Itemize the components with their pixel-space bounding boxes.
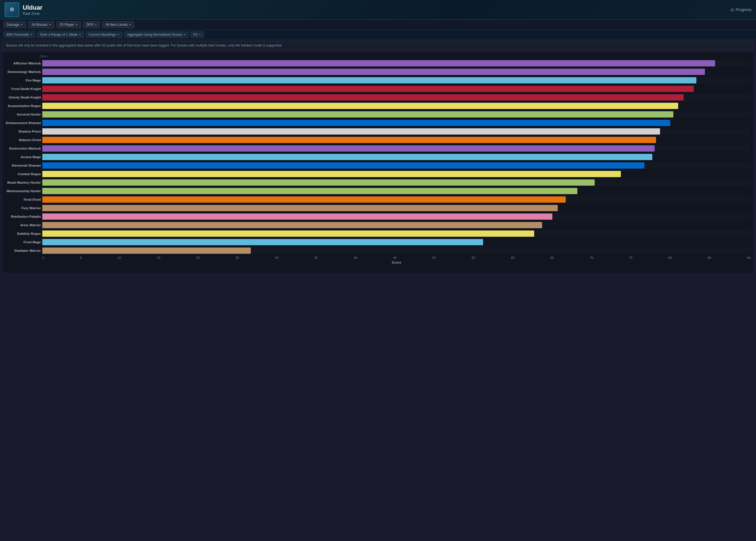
- bar-fill: [42, 222, 542, 228]
- bar-track: [42, 94, 751, 101]
- x-tick: 50: [432, 256, 436, 260]
- x-tick: 15: [157, 256, 160, 260]
- table-row: Retribution Paladin: [42, 212, 751, 221]
- chart-area: Zoom Affliction WarlockDemonology Warloc…: [2, 51, 754, 273]
- bar-label: Marksmanship Hunter: [5, 189, 41, 193]
- bar-fill: [42, 239, 483, 245]
- aggregate-filter[interactable]: Aggregate Using Normalized Scores ▼: [124, 32, 189, 38]
- bar-label: Destruction Warlock: [5, 147, 41, 150]
- bar-track: [42, 214, 751, 220]
- bar-fill: [42, 248, 251, 254]
- bar-label: Gladiator Warrior: [5, 249, 41, 252]
- bar-track: [42, 231, 751, 237]
- table-row: Fury Warrior: [42, 204, 751, 212]
- bar-label: Enhancement Shaman: [5, 121, 41, 125]
- bar-label: Arcane Mage: [5, 155, 41, 159]
- bar-track: [42, 197, 751, 203]
- raid-type: Raid Zone: [23, 11, 43, 16]
- 25-player-button[interactable]: 25 Player ▼: [57, 21, 81, 28]
- bar-track: [42, 162, 751, 169]
- bar-label: Retribution Paladin: [5, 215, 41, 218]
- table-row: Elemental Shaman: [42, 161, 751, 170]
- bar-label: Unholy Death Knight: [5, 96, 41, 99]
- bar-track: [42, 103, 751, 109]
- table-row: Arcane Mage: [42, 153, 751, 161]
- p2-filter[interactable]: P2 ▼: [190, 32, 204, 38]
- bar-track: [42, 171, 751, 177]
- x-tick: 85: [708, 256, 711, 260]
- bar-track: [42, 77, 751, 84]
- bar-fill: [42, 205, 558, 211]
- bar-track: [42, 69, 751, 75]
- bar-fill: [42, 197, 566, 203]
- header-right: ◎ Progress: [730, 7, 751, 12]
- bar-label: Shadow Priest: [5, 130, 41, 133]
- x-tick: 0: [42, 256, 44, 260]
- bar-track: [42, 137, 751, 143]
- bar-label: Arms Warrior: [5, 224, 41, 227]
- all-bosses-button[interactable]: All Bosses ▼: [28, 21, 54, 28]
- bar-fill: [42, 145, 655, 152]
- bar-fill: [42, 120, 670, 126]
- bar-fill: [42, 231, 534, 237]
- bar-track: [42, 205, 751, 211]
- damage-button[interactable]: Damage ▼: [3, 21, 26, 28]
- table-row: Frost Mage: [42, 238, 751, 247]
- x-axis: 051015202530354045505560657075808590: [42, 255, 751, 260]
- range-filter[interactable]: Over a Range of 1 Week ▼: [37, 32, 84, 38]
- table-row: Assassination Rogue: [42, 102, 751, 110]
- dps-arrow: ▼: [95, 23, 97, 26]
- bar-label: Combat Rogue: [5, 172, 41, 176]
- bar-track: [42, 188, 751, 194]
- dps-button[interactable]: DPS ▼: [83, 21, 100, 28]
- x-tick: 75: [629, 256, 632, 260]
- bar-track: [42, 179, 751, 186]
- damage-arrow: ▼: [20, 23, 23, 26]
- bar-fill: [42, 60, 715, 66]
- chart-container: Affliction WarlockDemonology WarlockFire…: [5, 59, 751, 265]
- bar-fill: [42, 103, 678, 109]
- all-item-levels-button[interactable]: All Item Levels ▼: [102, 21, 134, 28]
- 25-player-arrow: ▼: [75, 23, 78, 26]
- x-tick: 5: [80, 256, 82, 260]
- bar-track: [42, 86, 751, 92]
- bar-label: Affliction Warlock: [5, 62, 41, 65]
- x-tick: 40: [354, 256, 357, 260]
- table-row: Arms Warrior: [42, 221, 751, 229]
- bar-label: Fury Warrior: [5, 206, 41, 210]
- x-tick: 55: [472, 256, 475, 260]
- table-row: Feral Druid: [42, 195, 751, 204]
- table-row: Balance Druid: [42, 136, 751, 144]
- bar-fill: [42, 111, 673, 118]
- progress-label: Progress: [736, 7, 751, 12]
- bar-container: Affliction WarlockDemonology WarlockFire…: [42, 59, 751, 255]
- bar-fill: [42, 77, 696, 84]
- table-row: Fire Mage: [42, 76, 751, 85]
- header-left: ❄ Ulduar Raid Zone: [5, 2, 43, 17]
- bar-fill: [42, 214, 552, 220]
- bar-label: Beast Mastery Hunter: [5, 181, 41, 184]
- zoom-label: Zoom: [39, 55, 751, 58]
- filter-bar: 90th Percentile ▼ Over a Range of 1 Week…: [0, 30, 756, 39]
- standings-filter[interactable]: Current Standings ▼: [86, 32, 123, 38]
- bar-fill: [42, 154, 652, 160]
- bar-label: Fire Mage: [5, 79, 41, 82]
- progress-icon: ◎: [730, 7, 734, 12]
- table-row: Shadow Priest: [42, 127, 751, 136]
- all-bosses-arrow: ▼: [49, 23, 51, 26]
- bar-track: [42, 128, 751, 135]
- raid-name: Ulduar: [23, 4, 43, 11]
- raid-icon: ❄: [5, 2, 19, 17]
- percentile-filter[interactable]: 90th Percentile ▼: [3, 32, 35, 38]
- table-row: Combat Rogue: [42, 170, 751, 178]
- table-row: Marksmanship Hunter: [42, 187, 751, 195]
- bar-label: Frost Mage: [5, 241, 41, 244]
- x-tick: 90: [747, 256, 751, 260]
- bar-track: [42, 154, 751, 160]
- bar-track: [42, 248, 751, 254]
- all-item-levels-arrow: ▼: [129, 23, 131, 26]
- table-row: Demonology Warlock: [42, 68, 751, 76]
- bar-track: [42, 120, 751, 126]
- bar-label: Assassination Rogue: [5, 104, 41, 108]
- bar-track: [42, 60, 751, 66]
